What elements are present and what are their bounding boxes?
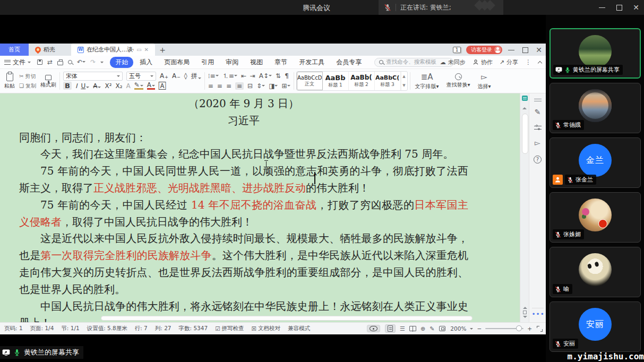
show-marks-button[interactable]: ¶ <box>285 72 289 80</box>
settings-sliders-icon[interactable] <box>534 125 542 130</box>
share-button[interactable]: ↗ 分享 <box>500 58 518 66</box>
save-icon[interactable] <box>37 59 42 65</box>
format-painter-button[interactable]: 格式刷 <box>38 71 58 91</box>
status-item[interactable]: 页码: 1 <box>4 325 23 332</box>
print-preview-icon[interactable] <box>68 60 72 64</box>
italic-button[interactable]: I <box>75 82 78 90</box>
file-menu[interactable]: 文件 <box>4 58 31 67</box>
decrease-font-icon[interactable]: A− <box>172 72 181 80</box>
menu-tab-会员专享[interactable]: 会员专享 <box>331 57 367 68</box>
tab-docer[interactable]: 稻壳 <box>29 44 71 56</box>
doc-paragraph[interactable]: 今天，我们在这里隆重集会，纪念中国人民抗日战争暨世界反法西斯战争胜利 75 周年… <box>19 146 468 163</box>
text-layout-tool[interactable]: ≣A 文字排版▾ <box>411 71 443 91</box>
wps-restore-icon[interactable] <box>521 46 529 54</box>
eye-protection-button[interactable] <box>367 325 380 332</box>
line-spacing-button[interactable]: ⇕ <box>256 82 265 90</box>
participant-tile-张金兰[interactable]: 金兰张金兰 <box>549 137 641 188</box>
menu-tab-插入[interactable]: 插入 <box>134 57 158 68</box>
participant-tile-张姝媚[interactable]: 张姝媚 <box>549 192 641 243</box>
align-left-button[interactable]: ≡ <box>208 82 213 90</box>
doc-paragraph[interactable]: 这是近代以来中国人民反抗外敌入侵持续时间最长、规模最大、牺牲最多的民族解放斗争，… <box>19 230 468 298</box>
zoom-value[interactable]: 200% <box>450 325 466 332</box>
zoom-slider[interactable] <box>485 328 523 329</box>
collapse-ribbon-icon[interactable] <box>538 61 542 65</box>
minimize-icon[interactable] <box>598 4 606 11</box>
prev-page-icon[interactable] <box>523 305 527 309</box>
select-browse-icon[interactable] <box>523 311 527 314</box>
participant-tile-喻[interactable]: 喻 <box>549 247 641 297</box>
font-size-select[interactable]: 五号 <box>126 72 156 81</box>
more-options-icon[interactable]: ⋮ <box>525 58 531 66</box>
guest-login-button[interactable]: 访客登录 <box>466 46 502 54</box>
outline-view-button[interactable]: ☰ <box>400 325 405 332</box>
text-effects-button[interactable]: A <box>126 82 131 90</box>
style-标题 1[interactable]: AaBb标题 1 <box>323 72 349 90</box>
style-正文[interactable]: AaBbCcDd正文 <box>297 72 323 90</box>
select-tool[interactable]: ▻ 选择▾ <box>474 71 495 91</box>
sync-status[interactable]: ☁ 未同步 <box>440 58 466 66</box>
tab-close-icon[interactable]: ✕ <box>144 47 149 53</box>
fit-page-button[interactable] <box>439 326 445 331</box>
undo-icon[interactable]: ↶ <box>77 58 85 66</box>
bold-button[interactable]: B <box>63 82 72 90</box>
font-name-select[interactable]: 宋体 <box>63 72 123 81</box>
sort-button[interactable]: ⇅ <box>276 72 281 80</box>
zoom-in-button[interactable]: + <box>527 325 532 332</box>
zoom-dropdown-icon[interactable] <box>470 328 473 331</box>
read-view-button[interactable] <box>409 326 416 331</box>
menu-tab-视图[interactable]: 视图 <box>245 57 268 68</box>
subscript-button[interactable]: X₂ <box>115 82 122 90</box>
participant-tile-安丽[interactable]: 安丽安丽 <box>549 301 641 352</box>
tab-home[interactable]: 首页 <box>0 44 29 56</box>
bullet-list-button[interactable]: ⁝≡ <box>208 72 219 80</box>
status-item[interactable]: 行: 7 <box>135 325 148 332</box>
adjust-icon[interactable] <box>522 96 528 101</box>
underline-button[interactable]: U <box>81 82 89 90</box>
align-right-button[interactable]: ≡ <box>226 82 231 90</box>
clear-format-icon[interactable]: ◊ <box>184 72 187 80</box>
character-shading-button[interactable]: 🄰 <box>159 82 166 90</box>
status-item[interactable]: 设置值: 5.8厘米 <box>87 325 127 332</box>
strikethrough-button[interactable]: A <box>93 82 101 90</box>
doc-paragraph[interactable]: （2020 年 9 月 3 日） <box>19 96 468 113</box>
more-tools-icon[interactable]: ••• <box>532 308 544 318</box>
shading-button[interactable]: ◨ <box>269 82 278 90</box>
doc-paragraph[interactable]: 75 年前的今天，中国人民经过 14 年不屈不挠的浴血奋战，打败了穷凶极恶的日本… <box>19 197 468 231</box>
increase-indent-button[interactable]: ⇥ <box>250 72 255 80</box>
participant-tile-黄铁兰的屏幕共享[interactable]: 黄铁兰的屏幕共享 <box>549 28 641 79</box>
close-icon[interactable]: ✕ <box>632 4 640 11</box>
print-icon[interactable] <box>57 61 63 65</box>
highlight-color-button[interactable]: ✎ <box>134 82 143 90</box>
copy-button[interactable]: ❏ 复制 <box>19 82 36 90</box>
pointer-icon[interactable]: ▻ <box>535 139 540 147</box>
menu-tab-开发工具[interactable]: 开发工具 <box>294 57 330 68</box>
style-标题 2[interactable]: AaBb(标题 2 <box>349 72 375 90</box>
maximize-icon[interactable] <box>615 4 623 11</box>
text-direction-button[interactable]: A↕ <box>259 72 272 80</box>
new-tab-button[interactable]: + <box>155 44 170 56</box>
menu-tab-引用[interactable]: 引用 <box>196 57 219 68</box>
tab-document[interactable]: W 在纪念中国人...谈会上的讲话 ▭ ✕ <box>71 44 155 56</box>
font-color-button[interactable]: A <box>147 82 155 90</box>
customize-toolbar-icon[interactable] <box>100 62 104 65</box>
document-canvas[interactable]: （2020 年 9 月 3 日）习近平同胞们，同志们，朋友们：今天，我们在这里隆… <box>0 93 546 322</box>
menu-tab-章节[interactable]: 章节 <box>269 57 293 68</box>
ruler-toggle-icon[interactable] <box>534 99 542 99</box>
wps-minimize-icon[interactable] <box>508 46 515 54</box>
pen-annotate-icon[interactable]: ✎ <box>535 108 541 116</box>
menu-tab-开始[interactable]: 开始 <box>110 57 133 68</box>
export-icon[interactable]: ⇄ <box>47 58 53 66</box>
menu-tab-审阅[interactable]: 审阅 <box>220 57 244 68</box>
ink-view-button[interactable]: ✎ <box>430 325 434 332</box>
style-gallery-scroll[interactable]: ▲▼ <box>401 72 407 90</box>
increase-font-icon[interactable]: A+ <box>160 72 168 80</box>
doc-paragraph[interactable]: 习近平 <box>19 113 468 130</box>
vertical-scrollbar[interactable] <box>520 93 529 322</box>
numbered-list-button[interactable]: ⒈≡ <box>222 72 237 81</box>
status-item[interactable]: 列: 27 <box>155 325 171 332</box>
zoom-slider-handle[interactable] <box>516 325 522 331</box>
justify-button[interactable]: ≡ <box>235 82 244 90</box>
decrease-indent-button[interactable]: ⇤ <box>241 72 246 80</box>
next-page-icon[interactable] <box>523 316 527 320</box>
horizontal-scrollbar[interactable] <box>101 316 473 321</box>
